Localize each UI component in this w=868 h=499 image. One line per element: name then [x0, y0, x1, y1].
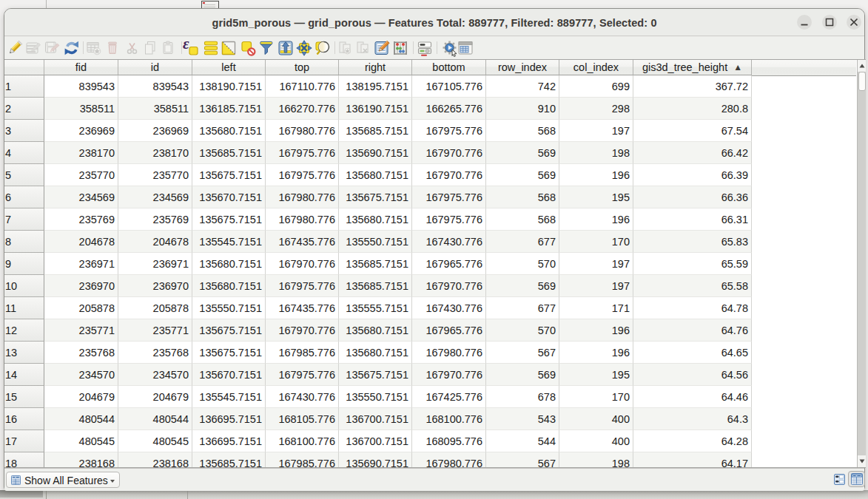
- svg-text:ε: ε: [183, 39, 189, 52]
